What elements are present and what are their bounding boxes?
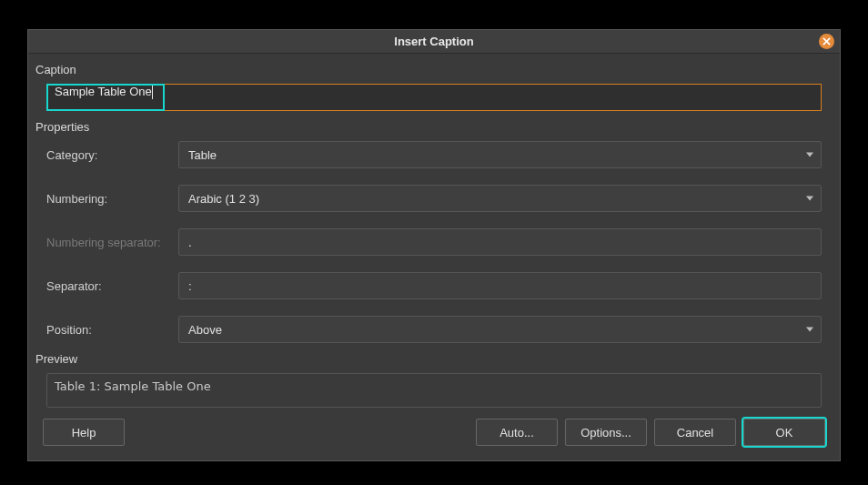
numbering-separator-label: Numbering separator: [46, 236, 178, 249]
close-button[interactable] [819, 34, 834, 49]
category-select[interactable]: Table [178, 141, 822, 168]
properties-section-label: Properties [35, 118, 833, 141]
separator-label: Separator: [46, 279, 178, 293]
numbering-label: Numbering: [46, 192, 178, 206]
caption-input-value: Sample Table One [55, 85, 152, 98]
caption-input[interactable]: Sample Table One [46, 84, 822, 111]
numbering-separator-value: . [188, 236, 192, 249]
position-label: Position: [46, 323, 178, 337]
chevron-down-icon [806, 197, 813, 201]
separator-input[interactable]: : [178, 272, 822, 299]
close-icon [823, 37, 831, 45]
preview-box: Table 1: Sample Table One [46, 373, 822, 408]
preview-text: Table 1: Sample Table One [55, 379, 211, 393]
numbering-separator-input[interactable]: . [178, 228, 822, 256]
position-value: Above [188, 323, 222, 337]
titlebar: Insert Caption [28, 30, 840, 54]
separator-value: : [188, 279, 192, 293]
chevron-down-icon [806, 153, 813, 157]
chevron-down-icon [806, 328, 813, 332]
category-value: Table [188, 148, 217, 162]
button-row: Help Auto... Options... Cancel OK [35, 419, 833, 450]
auto-button[interactable]: Auto... [476, 419, 558, 446]
category-label: Category: [46, 148, 178, 162]
dialog-title: Insert Caption [394, 35, 473, 48]
numbering-select[interactable]: Arabic (1 2 3) [178, 185, 822, 212]
position-select[interactable]: Above [178, 316, 822, 343]
caption-section-label: Caption [35, 61, 833, 84]
numbering-value: Arabic (1 2 3) [188, 192, 259, 206]
insert-caption-dialog: Insert Caption Caption Sample Table One … [27, 29, 841, 461]
help-button[interactable]: Help [43, 419, 125, 446]
preview-section-label: Preview [35, 350, 833, 373]
ok-button[interactable]: OK [743, 419, 825, 446]
options-button[interactable]: Options... [565, 419, 647, 446]
cancel-button[interactable]: Cancel [654, 419, 736, 446]
text-caret [152, 86, 153, 99]
